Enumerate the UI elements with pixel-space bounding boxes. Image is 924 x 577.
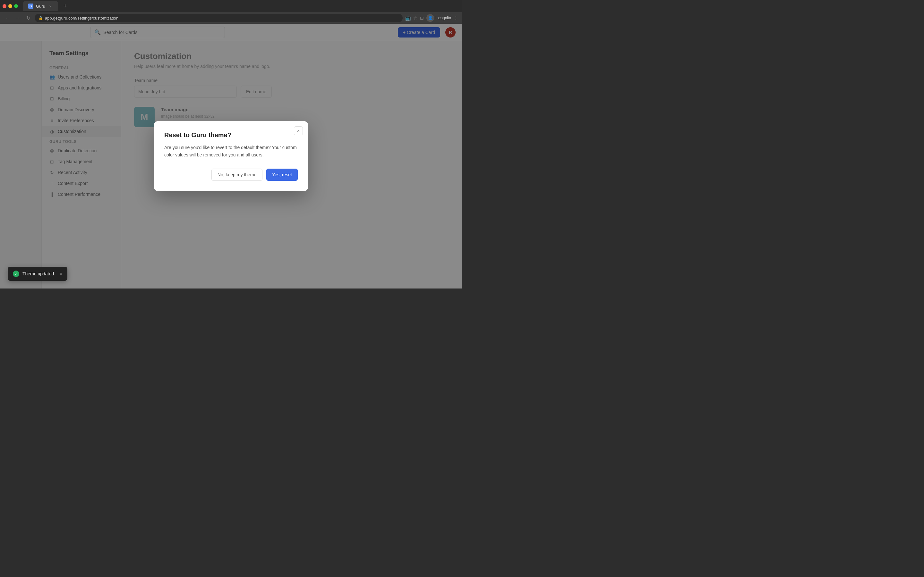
address-bar: ← → ↻ 🔒 app.getguru.com/settings/customi… [0, 12, 462, 24]
browser-chrome: G Guru × + ← → ↻ 🔒 app.getguru.com/setti… [0, 0, 462, 24]
window-controls [3, 4, 18, 8]
confirm-reset-button[interactable]: Yes, reset [266, 169, 298, 181]
tab-favicon: G [28, 3, 33, 9]
incognito-button[interactable]: 👤 Incognito [426, 14, 451, 22]
url-bar[interactable]: 🔒 app.getguru.com/settings/customization [35, 14, 403, 22]
toast-message: Theme updated [23, 271, 54, 276]
tab-close-button[interactable]: × [48, 3, 53, 9]
close-window-button[interactable] [3, 4, 6, 8]
menu-icon[interactable]: ⋮ [454, 15, 458, 21]
modal-actions: No, keep my theme Yes, reset [164, 169, 298, 181]
tab-title: Guru [36, 4, 45, 9]
modal-overlay[interactable]: × Reset to Guru theme? Are you sure you'… [0, 24, 462, 288]
tab-bar: G Guru × + [0, 0, 462, 12]
new-tab-button[interactable]: + [61, 2, 69, 11]
active-tab[interactable]: G Guru × [23, 1, 58, 11]
split-view-icon[interactable]: ⊟ [420, 15, 424, 21]
modal-body: Are you sure you'd like to revert to the… [164, 144, 298, 158]
minimize-window-button[interactable] [8, 4, 12, 8]
app-area: 🔍 + Create a Card R Team Settings Genera… [0, 24, 462, 288]
lock-icon: 🔒 [39, 16, 43, 20]
cancel-reset-button[interactable]: No, keep my theme [212, 169, 262, 181]
toast-check-icon: ✓ [13, 271, 19, 277]
modal-close-button[interactable]: × [294, 126, 303, 135]
incognito-avatar: 👤 [426, 14, 434, 22]
incognito-label: Incognito [435, 16, 451, 20]
address-actions: 📺 ☆ ⊟ 👤 Incognito ⋮ [405, 14, 458, 22]
modal-title: Reset to Guru theme? [164, 131, 298, 139]
url-text: app.getguru.com/settings/customization [45, 16, 118, 21]
bookmark-icon[interactable]: ☆ [413, 15, 417, 21]
toast-notification: ✓ Theme updated × [8, 267, 67, 281]
cast-icon: 📺 [405, 15, 411, 21]
forward-button[interactable]: → [14, 15, 22, 21]
reset-theme-modal: × Reset to Guru theme? Are you sure you'… [154, 121, 308, 191]
back-button[interactable]: ← [4, 15, 11, 21]
refresh-button[interactable]: ↻ [24, 15, 32, 21]
toast-close-button[interactable]: × [60, 271, 62, 276]
maximize-window-button[interactable] [14, 4, 18, 8]
